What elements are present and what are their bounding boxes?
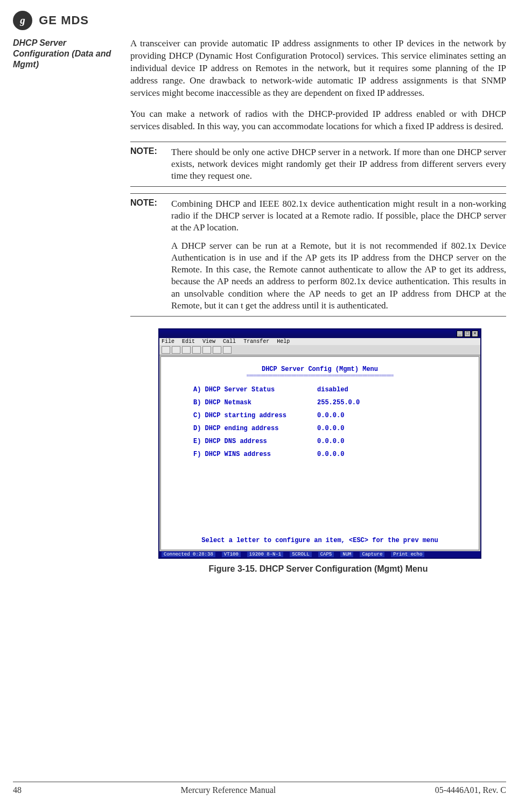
note-block: NOTE: There should be only one active DH…	[130, 142, 506, 187]
toolbar	[159, 345, 480, 355]
menu-item: Edit	[182, 339, 195, 345]
window-titlebar: _ □ ×	[159, 329, 480, 338]
status-item: 19200 8-N-1	[247, 552, 283, 557]
menu-item: File	[162, 339, 174, 345]
status-item: CAPS	[318, 552, 334, 557]
toolbar-icon	[202, 346, 211, 354]
status-item: Connected 0:28:38	[162, 552, 215, 557]
footer-doc-id: 05-4446A01, Rev. C	[435, 785, 506, 795]
menubar: File Edit View Call Transfer Help	[159, 338, 480, 345]
note-label: NOTE:	[130, 146, 166, 182]
footer-title: Mercury Reference Manual	[180, 785, 276, 795]
page-number: 48	[13, 785, 22, 795]
status-item: Capture	[360, 552, 384, 557]
status-item: SCROLL	[290, 552, 311, 557]
note-body-paragraph: A DHCP server can be run at a Remote, bu…	[171, 240, 506, 312]
status-item: VT100	[222, 552, 241, 557]
close-icon: ×	[472, 331, 478, 337]
terminal-title: DHCP Server Config (Mgmt) Menu	[161, 366, 479, 373]
body-paragraph: A transceiver can provide automatic IP a…	[130, 38, 506, 100]
terminal-row: C) DHCP starting address0.0.0.0	[193, 412, 446, 419]
toolbar-icon	[223, 346, 232, 354]
menu-item: Help	[277, 339, 290, 345]
minimize-icon: _	[457, 331, 463, 337]
page-footer: 48 Mercury Reference Manual 05-4446A01, …	[13, 782, 506, 795]
terminal-divider: ========================================…	[161, 373, 479, 378]
section-heading: DHCP Server Configuration (Data and Mgmt…	[13, 38, 115, 70]
figure-caption: Figure 3-15. DHCP Server Configuration (…	[130, 564, 506, 574]
body-paragraph: You can make a network of radios with th…	[130, 108, 506, 133]
statusbar: Connected 0:28:38 VT100 19200 8-N-1 SCRO…	[159, 551, 480, 558]
menu-item: Call	[223, 339, 236, 345]
menu-item: View	[202, 339, 215, 345]
terminal-screenshot: _ □ × File Edit View Call Transfer Help	[158, 328, 481, 559]
maximize-icon: □	[464, 331, 471, 337]
brand-header: g GE MDS	[13, 11, 506, 30]
toolbar-icon	[192, 346, 201, 354]
note-body: There should be only one active DHCP ser…	[171, 146, 506, 182]
terminal-row: E) DHCP DNS address0.0.0.0	[193, 438, 446, 445]
toolbar-icon	[162, 346, 170, 354]
note-body-paragraph: Combining DHCP and IEEE 802.1x device au…	[171, 198, 506, 234]
status-item: Print echo	[391, 552, 424, 557]
terminal-row: D) DHCP ending address0.0.0.0	[193, 425, 446, 432]
terminal-row: F) DHCP WINS address0.0.0.0	[193, 451, 446, 458]
ge-logo-icon: g	[13, 11, 32, 30]
toolbar-icon	[182, 346, 191, 354]
note-block: NOTE: Combining DHCP and IEEE 802.1x dev…	[130, 193, 506, 317]
note-label: NOTE:	[130, 198, 166, 312]
toolbar-icon	[172, 346, 180, 354]
menu-item: Transfer	[243, 339, 269, 345]
terminal-row: A) DHCP Server Statusdisabled	[193, 386, 446, 394]
status-item: NUM	[340, 552, 353, 557]
terminal-hint: Select a letter to configure an item, <E…	[161, 537, 479, 544]
terminal-row: B) DHCP Netmask255.255.0.0	[193, 399, 446, 406]
toolbar-icon	[213, 346, 221, 354]
brand-name: GE MDS	[39, 13, 89, 27]
